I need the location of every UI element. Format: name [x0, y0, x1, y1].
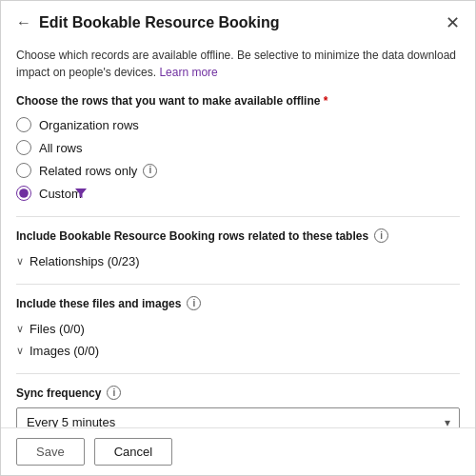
images-label: Images (0/0) — [30, 344, 99, 358]
description-text: Choose which records are available offli… — [16, 47, 460, 81]
back-button[interactable]: ← — [16, 14, 31, 31]
dialog-header: ← Edit Bookable Resource Booking ✕ — [1, 1, 475, 39]
radio-related-rows-input[interactable] — [16, 163, 31, 178]
sync-select-wrapper: Every 5 minutes Every 10 minutes Every 1… — [16, 407, 460, 427]
files-collapsible[interactable]: ∨ Files (0/0) — [16, 318, 460, 340]
divider-1 — [16, 216, 460, 217]
files-images-section: Include these files and images i ∨ Files… — [16, 296, 460, 362]
sync-frequency-select[interactable]: Every 5 minutes Every 10 minutes Every 1… — [16, 407, 460, 427]
learn-more-link[interactable]: Learn more — [159, 66, 217, 79]
cancel-button[interactable]: Cancel — [94, 438, 172, 466]
files-chevron: ∨ — [16, 323, 24, 335]
required-indicator: * — [324, 94, 328, 108]
relationships-collapsible[interactable]: ∨ Relationships (0/23) — [16, 250, 460, 272]
divider-3 — [16, 373, 460, 374]
dialog-title: Edit Bookable Resource Booking — [39, 14, 446, 31]
funnel-icon — [74, 187, 88, 200]
relationships-chevron: ∨ — [16, 255, 24, 268]
radio-custom-label: Custom ▼🔽 — [39, 187, 88, 201]
related-tables-section: Include Bookable Resource Booking rows r… — [16, 228, 460, 272]
radio-org-rows[interactable]: Organization rows — [16, 117, 460, 132]
radio-custom-input[interactable] — [16, 186, 31, 201]
radio-related-rows[interactable]: Related rows only i — [16, 163, 460, 178]
radio-org-rows-input[interactable] — [16, 117, 31, 132]
radio-all-rows-label: All rows — [39, 141, 83, 155]
relationships-label: Relationships (0/23) — [30, 254, 140, 268]
sync-label: Sync frequency i — [16, 386, 460, 400]
save-button[interactable]: Save — [16, 438, 85, 466]
related-tables-info-icon: i — [374, 228, 388, 243]
sync-info-icon: i — [107, 386, 121, 400]
divider-2 — [16, 284, 460, 285]
images-collapsible[interactable]: ∨ Images (0/0) — [16, 340, 460, 362]
radio-org-rows-label: Organization rows — [39, 118, 139, 132]
dialog-footer: Save Cancel — [1, 427, 475, 475]
related-tables-title: Include Bookable Resource Booking rows r… — [16, 228, 460, 243]
radio-custom[interactable]: Custom ▼🔽 — [16, 186, 460, 201]
radio-related-rows-label: Related rows only i — [39, 164, 157, 178]
close-button[interactable]: ✕ — [446, 14, 460, 31]
row-options-group: Organization rows All rows Related rows … — [16, 117, 460, 201]
radio-all-rows-input[interactable] — [16, 140, 31, 155]
radio-all-rows[interactable]: All rows — [16, 140, 460, 155]
sync-frequency-section: Sync frequency i Every 5 minutes Every 1… — [16, 386, 460, 427]
files-images-title: Include these files and images i — [16, 296, 460, 310]
images-chevron: ∨ — [16, 345, 24, 357]
edit-dialog: ← Edit Bookable Resource Booking ✕ Choos… — [0, 0, 476, 476]
rows-section-label: Choose the rows that you want to make av… — [16, 94, 460, 108]
dialog-body: Choose which records are available offli… — [1, 39, 475, 427]
files-label: Files (0/0) — [30, 322, 85, 336]
related-rows-info-icon: i — [143, 164, 157, 178]
files-images-info-icon: i — [187, 296, 201, 310]
